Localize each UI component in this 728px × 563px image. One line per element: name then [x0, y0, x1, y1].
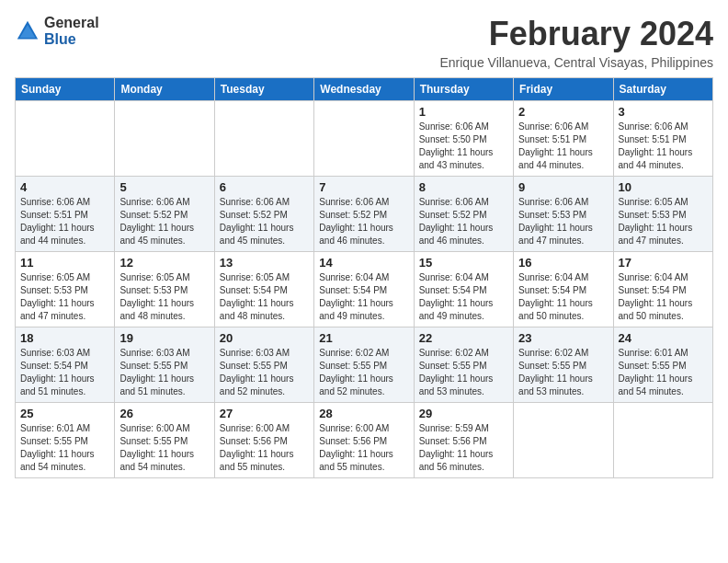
day-number: 28: [319, 407, 408, 420]
day-info: Sunrise: 6:00 AM Sunset: 5:55 PM Dayligh…: [119, 422, 209, 474]
day-info: Sunrise: 6:06 AM Sunset: 5:52 PM Dayligh…: [319, 196, 408, 247]
weekday-header-friday: Friday: [514, 78, 613, 101]
calendar-cell: 20Sunrise: 6:03 AM Sunset: 5:55 PM Dayli…: [214, 327, 313, 403]
weekday-header-tuesday: Tuesday: [214, 78, 313, 101]
day-info: Sunrise: 6:00 AM Sunset: 5:56 PM Dayligh…: [220, 422, 309, 474]
day-info: Sunrise: 6:06 AM Sunset: 5:52 PM Dayligh…: [119, 196, 209, 247]
day-number: 5: [119, 180, 209, 194]
day-number: 1: [419, 105, 508, 119]
day-info: Sunrise: 6:05 AM Sunset: 5:53 PM Dayligh…: [619, 196, 708, 247]
calendar-cell: 7Sunrise: 6:06 AM Sunset: 5:52 PM Daylig…: [314, 177, 414, 252]
day-info: Sunrise: 6:04 AM Sunset: 5:54 PM Dayligh…: [319, 271, 408, 323]
day-info: Sunrise: 6:06 AM Sunset: 5:51 PM Dayligh…: [619, 121, 708, 172]
calendar-cell: 25Sunrise: 6:01 AM Sunset: 5:55 PM Dayli…: [16, 403, 115, 478]
calendar-cell: 22Sunrise: 6:02 AM Sunset: 5:55 PM Dayli…: [414, 327, 513, 403]
calendar-week-3: 11Sunrise: 6:05 AM Sunset: 5:53 PM Dayli…: [16, 252, 713, 327]
day-info: Sunrise: 6:04 AM Sunset: 5:54 PM Dayligh…: [419, 271, 508, 323]
logo-general: General: [44, 15, 99, 31]
day-info: Sunrise: 6:05 AM Sunset: 5:53 PM Dayligh…: [119, 271, 209, 323]
day-info: Sunrise: 6:06 AM Sunset: 5:52 PM Dayligh…: [220, 196, 309, 247]
calendar-cell: 18Sunrise: 6:03 AM Sunset: 5:54 PM Dayli…: [16, 327, 115, 403]
day-info: Sunrise: 6:06 AM Sunset: 5:53 PM Dayligh…: [518, 196, 608, 247]
calendar-cell: 23Sunrise: 6:02 AM Sunset: 5:55 PM Dayli…: [514, 327, 613, 403]
day-number: 11: [20, 256, 109, 270]
calendar-cell: 19Sunrise: 6:03 AM Sunset: 5:55 PM Dayli…: [115, 327, 214, 403]
calendar-cell: 14Sunrise: 6:04 AM Sunset: 5:54 PM Dayli…: [314, 252, 414, 327]
calendar-week-1: 1Sunrise: 6:06 AM Sunset: 5:50 PM Daylig…: [16, 101, 713, 177]
calendar-cell: [214, 101, 313, 177]
logo-icon: [15, 18, 40, 44]
header: General Blue February 2024 Enrique Villa…: [15, 15, 713, 70]
calendar-cell: 27Sunrise: 6:00 AM Sunset: 5:56 PM Dayli…: [214, 403, 313, 478]
day-info: Sunrise: 5:59 AM Sunset: 5:56 PM Dayligh…: [419, 422, 508, 474]
weekday-header-monday: Monday: [115, 78, 214, 101]
calendar-cell: 13Sunrise: 6:05 AM Sunset: 5:54 PM Dayli…: [214, 252, 313, 327]
location-subtitle: Enrique Villanueva, Central Visayas, Phi…: [439, 55, 713, 70]
day-info: Sunrise: 6:02 AM Sunset: 5:55 PM Dayligh…: [319, 347, 408, 398]
calendar-cell: 3Sunrise: 6:06 AM Sunset: 5:51 PM Daylig…: [613, 101, 712, 177]
title-area: February 2024 Enrique Villanueva, Centra…: [439, 15, 713, 70]
day-number: 16: [518, 256, 608, 270]
calendar-cell: [115, 101, 214, 177]
day-number: 3: [619, 105, 708, 119]
calendar-cell: 17Sunrise: 6:04 AM Sunset: 5:54 PM Dayli…: [613, 252, 712, 327]
day-info: Sunrise: 6:02 AM Sunset: 5:55 PM Dayligh…: [518, 347, 608, 398]
calendar-cell: 4Sunrise: 6:06 AM Sunset: 5:51 PM Daylig…: [16, 177, 115, 252]
calendar-cell: 24Sunrise: 6:01 AM Sunset: 5:55 PM Dayli…: [613, 327, 712, 403]
weekday-header-sunday: Sunday: [16, 78, 115, 101]
calendar-cell: 16Sunrise: 6:04 AM Sunset: 5:54 PM Dayli…: [514, 252, 613, 327]
day-number: 20: [220, 331, 309, 345]
day-info: Sunrise: 6:01 AM Sunset: 5:55 PM Dayligh…: [20, 422, 109, 474]
day-info: Sunrise: 6:03 AM Sunset: 5:55 PM Dayligh…: [119, 347, 209, 398]
day-number: 27: [220, 407, 309, 420]
day-info: Sunrise: 6:04 AM Sunset: 5:54 PM Dayligh…: [518, 271, 608, 323]
day-info: Sunrise: 6:02 AM Sunset: 5:55 PM Dayligh…: [419, 347, 508, 398]
day-info: Sunrise: 6:04 AM Sunset: 5:54 PM Dayligh…: [619, 271, 708, 323]
calendar-week-2: 4Sunrise: 6:06 AM Sunset: 5:51 PM Daylig…: [16, 177, 713, 252]
day-number: 25: [20, 407, 109, 420]
day-info: Sunrise: 6:03 AM Sunset: 5:55 PM Dayligh…: [220, 347, 309, 398]
calendar-cell: [613, 403, 712, 478]
day-number: 14: [319, 256, 408, 270]
day-number: 26: [119, 407, 209, 420]
calendar-cell: 9Sunrise: 6:06 AM Sunset: 5:53 PM Daylig…: [514, 177, 613, 252]
calendar-table: SundayMondayTuesdayWednesdayThursdayFrid…: [15, 77, 713, 478]
calendar-cell: 11Sunrise: 6:05 AM Sunset: 5:53 PM Dayli…: [16, 252, 115, 327]
calendar-cell: 5Sunrise: 6:06 AM Sunset: 5:52 PM Daylig…: [115, 177, 214, 252]
calendar-cell: 8Sunrise: 6:06 AM Sunset: 5:52 PM Daylig…: [414, 177, 513, 252]
month-year-title: February 2024: [439, 15, 713, 53]
calendar-cell: 12Sunrise: 6:05 AM Sunset: 5:53 PM Dayli…: [115, 252, 214, 327]
calendar-cell: [314, 101, 414, 177]
logo: General Blue: [15, 15, 99, 47]
day-number: 7: [319, 180, 408, 194]
calendar-cell: 29Sunrise: 5:59 AM Sunset: 5:56 PM Dayli…: [414, 403, 513, 478]
calendar-cell: 10Sunrise: 6:05 AM Sunset: 5:53 PM Dayli…: [613, 177, 712, 252]
calendar-cell: [514, 403, 613, 478]
day-number: 12: [119, 256, 209, 270]
day-number: 23: [518, 331, 608, 345]
day-number: 21: [319, 331, 408, 345]
day-info: Sunrise: 6:06 AM Sunset: 5:51 PM Dayligh…: [518, 121, 608, 172]
day-info: Sunrise: 6:01 AM Sunset: 5:55 PM Dayligh…: [619, 347, 708, 398]
day-info: Sunrise: 6:06 AM Sunset: 5:50 PM Dayligh…: [419, 121, 508, 172]
calendar-cell: [16, 101, 115, 177]
weekday-header-row: SundayMondayTuesdayWednesdayThursdayFrid…: [16, 78, 713, 101]
weekday-header-saturday: Saturday: [613, 78, 712, 101]
day-number: 2: [518, 105, 608, 119]
day-number: 13: [220, 256, 309, 270]
day-number: 29: [419, 407, 508, 420]
day-number: 10: [619, 180, 708, 194]
calendar-week-5: 25Sunrise: 6:01 AM Sunset: 5:55 PM Dayli…: [16, 403, 713, 478]
day-number: 8: [419, 180, 508, 194]
logo-text: General Blue: [44, 15, 99, 47]
day-number: 19: [119, 331, 209, 345]
calendar-cell: 6Sunrise: 6:06 AM Sunset: 5:52 PM Daylig…: [214, 177, 313, 252]
day-info: Sunrise: 6:03 AM Sunset: 5:54 PM Dayligh…: [20, 347, 109, 398]
day-number: 17: [619, 256, 708, 270]
calendar-week-4: 18Sunrise: 6:03 AM Sunset: 5:54 PM Dayli…: [16, 327, 713, 403]
day-info: Sunrise: 6:06 AM Sunset: 5:52 PM Dayligh…: [419, 196, 508, 247]
day-number: 15: [419, 256, 508, 270]
calendar-cell: 1Sunrise: 6:06 AM Sunset: 5:50 PM Daylig…: [414, 101, 513, 177]
calendar-cell: 15Sunrise: 6:04 AM Sunset: 5:54 PM Dayli…: [414, 252, 513, 327]
day-info: Sunrise: 6:06 AM Sunset: 5:51 PM Dayligh…: [20, 196, 109, 247]
